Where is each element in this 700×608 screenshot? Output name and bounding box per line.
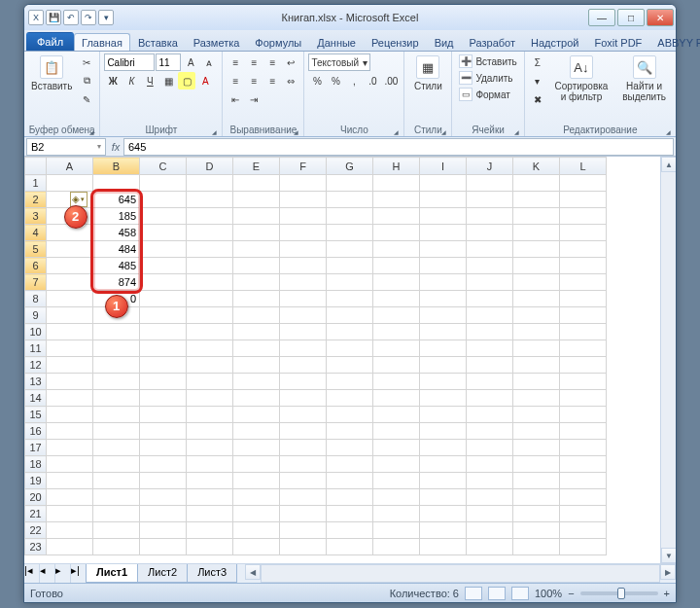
col-header-A[interactable]: A [47, 158, 93, 175]
cell-G22[interactable] [327, 522, 373, 539]
cell-G18[interactable] [327, 456, 373, 473]
cell-A23[interactable] [47, 539, 93, 555]
cell-E21[interactable] [233, 506, 280, 522]
merge-icon[interactable]: ⇔ [282, 72, 299, 89]
cell-H13[interactable] [373, 374, 420, 390]
col-header-D[interactable]: D [187, 158, 233, 175]
cell-I14[interactable] [420, 390, 467, 407]
cell-B10[interactable] [93, 324, 140, 340]
cell-E5[interactable] [233, 241, 280, 258]
cell-G1[interactable] [327, 175, 373, 192]
cell-F19[interactable] [280, 473, 327, 489]
cell-D13[interactable] [187, 374, 233, 390]
cell-E4[interactable] [233, 225, 280, 241]
cell-J4[interactable] [467, 225, 513, 241]
autosum-icon[interactable]: Σ [529, 54, 546, 71]
sort-filter-button[interactable]: A↓ Сортировка и фильтр [549, 54, 613, 104]
cell-D15[interactable] [187, 407, 233, 423]
cell-F1[interactable] [280, 175, 327, 192]
cell-B4[interactable]: 458 [93, 225, 140, 241]
cell-H20[interactable] [373, 489, 420, 506]
find-select-button[interactable]: 🔍 Найти и выделить [616, 54, 672, 104]
cell-G14[interactable] [327, 390, 373, 407]
cell-F3[interactable] [280, 208, 327, 225]
cell-H16[interactable] [373, 423, 420, 440]
error-smart-tag[interactable]: ◈▾ [70, 192, 88, 207]
cell-C13[interactable] [140, 374, 187, 390]
cell-D21[interactable] [187, 506, 233, 522]
cell-G2[interactable] [327, 192, 373, 208]
fx-icon[interactable]: fx [108, 141, 123, 153]
cell-C16[interactable] [140, 423, 187, 440]
format-cells-button[interactable]: ▭Формат [456, 87, 519, 102]
cell-A8[interactable] [47, 291, 93, 307]
align-right-icon[interactable]: ≡ [263, 72, 281, 89]
cell-K21[interactable] [513, 506, 560, 522]
cell-I13[interactable] [420, 374, 467, 390]
cell-K22[interactable] [513, 522, 560, 539]
cell-D23[interactable] [187, 539, 233, 555]
cell-B3[interactable]: 185 [93, 208, 140, 225]
cell-I6[interactable] [420, 258, 467, 274]
cell-B22[interactable] [93, 522, 140, 539]
cell-G7[interactable] [327, 274, 373, 291]
cell-C14[interactable] [140, 390, 187, 407]
cell-L18[interactable] [560, 456, 607, 473]
cell-styles-button[interactable]: ▦ Стили [408, 54, 447, 93]
cell-H17[interactable] [373, 440, 420, 456]
cell-E6[interactable] [233, 258, 280, 274]
row-header-12[interactable]: 12 [25, 357, 47, 374]
cell-B21[interactable] [93, 506, 140, 522]
cell-H7[interactable] [373, 274, 420, 291]
align-left-icon[interactable]: ≡ [227, 72, 244, 89]
cell-J13[interactable] [467, 374, 513, 390]
cell-C2[interactable] [140, 192, 187, 208]
cell-L22[interactable] [560, 522, 607, 539]
cell-A1[interactable] [47, 175, 93, 192]
horizontal-scrollbar[interactable]: ◀ ▶ [245, 564, 676, 583]
cell-C22[interactable] [140, 522, 187, 539]
underline-button[interactable]: Ч [141, 72, 158, 89]
cell-I22[interactable] [420, 522, 467, 539]
align-bottom-icon[interactable]: ≡ [263, 54, 281, 71]
cell-K5[interactable] [513, 241, 560, 258]
cell-E14[interactable] [233, 390, 280, 407]
row-header-10[interactable]: 10 [25, 324, 47, 340]
cell-L17[interactable] [560, 440, 607, 456]
cell-K17[interactable] [513, 440, 560, 456]
cell-I18[interactable] [420, 456, 467, 473]
cell-D2[interactable] [187, 192, 233, 208]
cell-B18[interactable] [93, 456, 140, 473]
row-header-20[interactable]: 20 [25, 489, 47, 506]
align-top-icon[interactable]: ≡ [227, 54, 244, 71]
cell-E13[interactable] [233, 374, 280, 390]
cell-H12[interactable] [373, 357, 420, 374]
cell-J22[interactable] [467, 522, 513, 539]
row-header-15[interactable]: 15 [25, 407, 47, 423]
cell-E11[interactable] [233, 340, 280, 357]
cell-B6[interactable]: 485 [93, 258, 140, 274]
cell-J11[interactable] [467, 340, 513, 357]
cell-L16[interactable] [560, 423, 607, 440]
cell-K4[interactable] [513, 225, 560, 241]
row-header-6[interactable]: 6 [25, 258, 47, 274]
cell-F23[interactable] [280, 539, 327, 555]
cell-A9[interactable] [47, 307, 93, 324]
select-all-cell[interactable] [25, 158, 47, 175]
cell-F15[interactable] [280, 407, 327, 423]
cell-D19[interactable] [187, 473, 233, 489]
font-color-icon[interactable]: A [196, 72, 214, 89]
cell-G20[interactable] [327, 489, 373, 506]
cell-F17[interactable] [280, 440, 327, 456]
cell-H15[interactable] [373, 407, 420, 423]
cell-G23[interactable] [327, 539, 373, 555]
cell-J1[interactable] [467, 175, 513, 192]
cell-J21[interactable] [467, 506, 513, 522]
cell-I17[interactable] [420, 440, 467, 456]
cell-J18[interactable] [467, 456, 513, 473]
cell-F7[interactable] [280, 274, 327, 291]
fill-icon[interactable]: ▾ [529, 72, 546, 89]
cell-C18[interactable] [140, 456, 187, 473]
cell-C19[interactable] [140, 473, 187, 489]
increase-decimal-icon[interactable]: .0 [364, 72, 381, 89]
